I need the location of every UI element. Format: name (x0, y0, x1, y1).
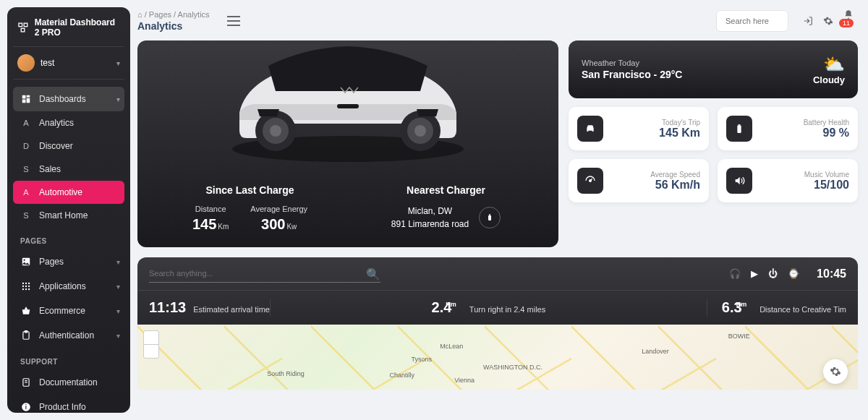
clock-time: 10:45 (817, 267, 846, 280)
nav-ecommerce[interactable]: Ecommerce▾ (13, 299, 124, 323)
nav-discover[interactable]: DDiscover (13, 134, 124, 158)
chevron-down-icon: ▾ (116, 258, 120, 266)
stat-distance: 6.3KmDistance to Creative Tim (707, 299, 846, 316)
svg-point-13 (25, 286, 27, 287)
nav-search-input[interactable] (149, 265, 380, 283)
breadcrumb-home[interactable]: ⌂ (137, 10, 142, 19)
user-menu[interactable]: test ▾ (13, 46, 124, 80)
nav-sales[interactable]: SSales (13, 158, 124, 181)
svg-point-31 (270, 125, 281, 137)
svg-rect-5 (27, 98, 30, 103)
dashboard-icon (20, 93, 32, 105)
card-trip: Today's Trip145 Km (569, 107, 709, 150)
nav-authentication[interactable]: Authentication▾ (13, 323, 124, 348)
speed-icon (577, 168, 603, 194)
settings-fab[interactable] (823, 359, 848, 384)
svg-rect-19 (25, 331, 27, 333)
user-name: test (41, 58, 54, 68)
image-icon (20, 256, 32, 267)
card-battery: Battery Health99 % (718, 107, 858, 150)
map-city-label: WASHINGTON D.C. (483, 364, 542, 371)
basket-icon (20, 305, 32, 317)
gear-icon[interactable] (823, 16, 833, 26)
app-logo[interactable]: Material Dashboard 2 PRO (13, 17, 124, 46)
zoom-out-button[interactable]: − (144, 345, 158, 358)
apps-icon (20, 280, 32, 292)
stat-next-turn: 2.4KmTurn right in 2.4 miles (270, 299, 707, 316)
zoom-in-button[interactable]: + (144, 331, 158, 345)
notif-badge: 11 (839, 19, 854, 27)
stat-eta: 11:13Estimated arrival time (149, 299, 270, 316)
nav-automotive[interactable]: AAutomotive (13, 181, 124, 204)
svg-rect-6 (22, 100, 26, 103)
nav-applications[interactable]: Applications▾ (13, 274, 124, 299)
since-last-charge: Since Last Charge Distance145Km Average … (152, 184, 348, 233)
svg-point-11 (28, 283, 30, 284)
clipboard-icon (20, 330, 32, 341)
watch-icon[interactable]: ⌚ (788, 268, 799, 279)
car-image (196, 40, 500, 171)
chevron-down-icon: ▾ (116, 59, 120, 67)
svg-rect-40 (739, 124, 741, 125)
svg-point-17 (28, 288, 30, 290)
nav-dashboards[interactable]: Dashboards ▾ (13, 87, 124, 111)
section-pages: PAGES (13, 227, 124, 249)
navigation-panel: 🔍 🎧 ▶ ⏻ ⌚ 10:45 11:13Estimated arrival t… (137, 257, 858, 390)
top-actions: 11 (803, 9, 858, 33)
nav-label: Dashboards (39, 94, 86, 104)
bell-icon[interactable]: 11 (843, 9, 858, 33)
nav-documentation[interactable]: Documentation (13, 370, 124, 395)
svg-point-8 (24, 260, 25, 261)
nav-productinfo[interactable]: iProduct Info (13, 395, 124, 419)
svg-rect-37 (489, 214, 490, 215)
svg-point-12 (22, 286, 24, 287)
svg-rect-0 (19, 23, 22, 27)
play-icon[interactable]: ▶ (751, 268, 758, 279)
section-support: SUPPORT (13, 348, 124, 370)
nearest-charger: Nearest Charger Miclan, DW891 Limarenda … (348, 184, 544, 233)
headphones-icon[interactable]: 🎧 (729, 268, 741, 279)
svg-point-9 (22, 283, 24, 284)
breadcrumb: ⌂ / Pages / Analytics Analytics (137, 10, 210, 32)
main-content: ⌂ / Pages / Analytics Analytics 11 (137, 0, 868, 420)
svg-rect-2 (21, 28, 25, 32)
svg-rect-38 (490, 214, 490, 215)
svg-text:i: i (25, 404, 27, 411)
topbar: ⌂ / Pages / Analytics Analytics 11 (137, 4, 858, 38)
svg-rect-36 (488, 215, 491, 220)
map[interactable]: +− WASHINGTON D.C. South Riding Chantill… (137, 325, 858, 390)
nav-search[interactable]: 🔍 (149, 265, 380, 283)
charger-map-button[interactable] (479, 207, 501, 228)
cloudy-icon: ⛅ (813, 54, 845, 74)
search-input[interactable] (716, 10, 788, 32)
svg-rect-1 (24, 23, 27, 27)
power-icon[interactable]: ⏻ (768, 268, 778, 279)
volume-icon (726, 168, 752, 194)
chevron-down-icon: ▾ (116, 283, 120, 291)
car-icon (577, 116, 603, 142)
signin-icon[interactable] (803, 16, 813, 26)
svg-rect-39 (737, 125, 741, 133)
svg-point-16 (25, 288, 27, 290)
svg-rect-3 (22, 95, 26, 99)
nav-smarthome[interactable]: SSmart Home (13, 204, 124, 227)
svg-point-34 (414, 125, 426, 137)
map-zoom: +− (143, 330, 159, 359)
search-icon: 🔍 (366, 267, 380, 281)
chevron-down-icon: ▾ (116, 95, 120, 103)
info-icon: i (20, 401, 32, 413)
avatar (17, 54, 35, 72)
app-title: Material Dashboard 2 PRO (35, 17, 120, 38)
svg-point-10 (25, 283, 27, 284)
nav-analytics[interactable]: AAnalytics (13, 111, 124, 134)
nav-pages[interactable]: Pages▾ (13, 249, 124, 274)
logo-icon (17, 20, 29, 35)
svg-point-14 (28, 286, 30, 287)
card-speed: Average Speed56 Km/h (569, 159, 709, 202)
sidebar: Material Dashboard 2 PRO test ▾ Dashboar… (7, 7, 130, 413)
svg-point-41 (590, 180, 592, 182)
breadcrumb-pages[interactable]: Pages (149, 10, 171, 19)
doc-icon (20, 377, 32, 388)
svg-point-15 (22, 288, 24, 290)
menu-toggle[interactable] (227, 16, 240, 26)
